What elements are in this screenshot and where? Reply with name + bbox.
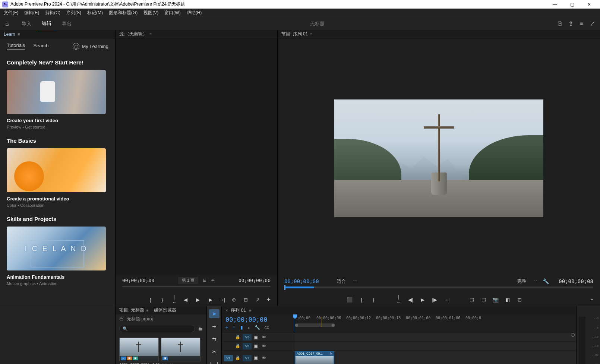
project-item[interactable]: ▣ 序列 01 0:08 <box>161 338 200 364</box>
home-icon[interactable]: ⌂ <box>5 20 9 27</box>
project-item[interactable]: H▣▣ A001_C037_0921... 0:08 <box>119 338 159 364</box>
workspace-tab-edit[interactable]: 编辑 <box>37 17 57 31</box>
mark-in-icon[interactable]: { <box>359 297 364 303</box>
zoom-fit-dropdown[interactable]: 适合 ﹀ <box>337 278 357 285</box>
timeline-sequence-name[interactable]: 序列 01 <box>231 307 246 314</box>
tutorial-card[interactable]: Create a promotional video Color • Colla… <box>7 148 108 208</box>
track-target[interactable]: V1 <box>243 355 252 361</box>
timeline-zoom-bar[interactable] <box>295 323 335 327</box>
ripple-edit-tool[interactable]: ⇆ <box>209 335 220 344</box>
project-breadcrumb[interactable]: 🗀 无标题.prproj <box>116 314 206 323</box>
tab-project[interactable]: 项目: 无标题 <box>119 307 144 314</box>
lift-icon[interactable]: ⬚ <box>469 297 475 303</box>
source-tab[interactable]: 源:（无剪辑） ≡ <box>119 31 152 37</box>
panel-menu-icon[interactable]: ≡ <box>149 32 152 36</box>
lock-icon[interactable]: 🔒 <box>235 344 240 348</box>
razor-tool[interactable]: ✂ <box>209 347 220 356</box>
sync-lock-icon[interactable]: 👁 <box>262 335 268 339</box>
go-to-in-icon[interactable]: |← <box>396 294 402 305</box>
menu-graphics[interactable]: 图形和标题(G) <box>109 10 138 16</box>
toggle-output-icon[interactable]: ▣ <box>254 355 260 361</box>
menu-sequence[interactable]: 序列(S) <box>66 10 81 16</box>
linked-selection-icon[interactable]: ∩ <box>233 325 236 330</box>
source-timecode-in[interactable]: 00;00;00;00 <box>122 278 154 283</box>
quality-dropdown[interactable]: 完整 ﹀ <box>517 278 537 285</box>
selection-tool[interactable]: ➤ <box>209 309 220 318</box>
track-header-v3[interactable]: 🔒 V3 ▣ 👁 <box>222 332 295 341</box>
comparison-icon[interactable]: ◧ <box>505 297 511 303</box>
menu-view[interactable]: 视图(V) <box>143 10 158 16</box>
snap-icon[interactable]: ⌖ <box>225 325 228 330</box>
menu-marker[interactable]: 标记(M) <box>87 10 103 16</box>
mark-out-icon[interactable]: } <box>370 297 376 303</box>
quick-export-icon[interactable]: ⎘ <box>558 20 562 27</box>
tab-search[interactable]: Search <box>33 43 48 50</box>
panel-menu-icon[interactable]: ≡ <box>18 32 20 37</box>
menu-clip[interactable]: 剪辑(C) <box>45 10 60 16</box>
extract-icon[interactable]: ⬚ <box>481 297 487 303</box>
export-frame-icon[interactable]: ↗ <box>255 297 260 303</box>
settings-icon[interactable]: 🔧 <box>543 278 549 284</box>
export-frame-icon[interactable]: 📷 <box>493 297 499 303</box>
menu-window[interactable]: 窗口(W) <box>164 10 180 16</box>
workspace-tab-import[interactable]: 导入 <box>16 17 37 31</box>
button-editor-icon[interactable]: + <box>266 296 271 304</box>
mark-in-icon[interactable]: { <box>147 297 153 303</box>
step-fwd-icon[interactable]: |▶ <box>207 297 213 303</box>
video-clip[interactable]: A001_C037_09... fx <box>295 351 334 364</box>
go-to-in-icon[interactable]: |← <box>171 294 177 305</box>
track-header-v2[interactable]: 🔒 V2 ▣ 👁 <box>222 341 295 350</box>
source-scrubber[interactable] <box>116 286 277 293</box>
program-tab[interactable]: 节目: 序列 01 ≡ <box>281 31 312 37</box>
timeline-settings-icon[interactable]: ⬥ <box>247 325 250 330</box>
source-patch[interactable]: V1 <box>224 355 233 361</box>
slip-tool[interactable]: |↔| <box>209 360 220 364</box>
step-back-icon[interactable]: ◀| <box>183 297 189 303</box>
timeline-content[interactable]: A001_C037_09... fx ✶ fx <box>295 332 576 364</box>
lock-icon[interactable]: 🔒 <box>235 335 240 339</box>
maximize-button[interactable]: ▢ <box>563 0 581 9</box>
learn-panel-header[interactable]: Learn ≡ <box>0 30 115 38</box>
toggle-output-icon[interactable]: ▣ <box>254 344 260 349</box>
track-target[interactable]: V2 <box>243 343 252 349</box>
close-icon[interactable]: × <box>225 308 228 313</box>
tutorial-card[interactable]: I C E L A N D Animation Fundamentals Mot… <box>7 227 108 286</box>
mark-out-icon[interactable]: } <box>159 297 165 303</box>
program-duration[interactable]: 00;00;00;08 <box>559 278 593 284</box>
menu-help[interactable]: 帮助(H) <box>187 10 202 16</box>
close-button[interactable]: ✕ <box>581 0 598 9</box>
track-target[interactable]: V3 <box>243 334 252 341</box>
track-header-v1[interactable]: V1 🔒 V1 ▣ 👁 <box>222 350 295 364</box>
add-marker-icon[interactable]: ▮ <box>240 325 243 330</box>
tab-media-browser[interactable]: 媒体浏览器 <box>154 307 176 314</box>
workspace-menu-icon[interactable]: ≡ <box>580 20 583 27</box>
insert-icon[interactable]: ⊟ <box>203 278 206 283</box>
track-select-tool[interactable]: ⇥ <box>209 322 220 331</box>
work-area-marker[interactable] <box>322 317 322 327</box>
new-bin-icon[interactable]: 🖿 <box>198 326 203 332</box>
overwrite-clip-icon[interactable]: ⊟ <box>243 297 249 303</box>
panel-menu-icon[interactable]: ≡ <box>146 308 149 313</box>
timeline-timecode[interactable]: 00;00;00;00 <box>225 316 291 323</box>
add-marker-icon[interactable]: ⬛ <box>347 297 353 303</box>
sync-lock-icon[interactable]: 👁 <box>262 356 268 360</box>
menu-file[interactable]: 文件(F) <box>4 10 18 16</box>
program-timecode[interactable]: 00;00;00;00 <box>284 278 319 284</box>
overwrite-icon[interactable]: ↠ <box>211 278 215 283</box>
panel-menu-icon[interactable]: ≡ <box>310 32 312 36</box>
toggle-output-icon[interactable]: ▣ <box>254 335 260 340</box>
program-scrubber[interactable] <box>278 287 600 293</box>
lock-icon[interactable]: 🔒 <box>235 355 240 360</box>
page-indicator[interactable]: 第 1 页 <box>178 277 198 284</box>
source-timecode-out[interactable]: 00;00;00;00 <box>239 278 271 283</box>
track-height-knob[interactable] <box>571 333 575 337</box>
go-to-out-icon[interactable]: →| <box>219 297 225 303</box>
panel-menu-icon[interactable]: ≡ <box>249 308 251 313</box>
timeline-ruler[interactable]: ;00;00 00;00;00;06 00;00;00;12 00;00;00;… <box>295 314 576 332</box>
go-to-out-icon[interactable]: →| <box>443 297 449 303</box>
step-fwd-icon[interactable]: |▶ <box>432 297 438 303</box>
button-editor-icon[interactable]: + <box>591 297 593 302</box>
my-learning-button[interactable]: ◯ My Learning <box>73 43 108 50</box>
minimize-button[interactable]: — <box>546 0 563 9</box>
share-icon[interactable]: ⇪ <box>568 20 573 27</box>
